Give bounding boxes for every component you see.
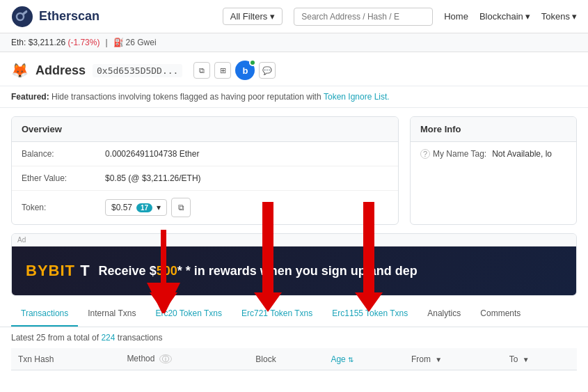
name-tag-row: ? My Name Tag: Not Available, lo xyxy=(411,142,576,166)
token-ignore-list-link[interactable]: Token Ignore List. xyxy=(324,92,390,102)
sub-header: Eth: $3,211.26 (-1.73%) | ⛽ 26 Gwei xyxy=(0,33,588,52)
token-count-badge: 17 xyxy=(136,203,152,212)
copy-address-button[interactable]: ⧉ xyxy=(193,62,210,79)
col-block: Block xyxy=(248,348,324,370)
eth-price-value: $3,211.26 xyxy=(29,38,65,47)
col-from: From ▼ xyxy=(404,348,502,370)
header-right: All Filters ▾ Home Blockchain ▾ Tokens ▾ xyxy=(223,8,577,26)
age-sort-icon[interactable]: ⇅ xyxy=(348,356,353,363)
eth-label: Eth: $3,211.26 (-1.73%) xyxy=(11,38,100,47)
filters-button[interactable]: All Filters ▾ xyxy=(223,8,283,25)
overview-header: Overview xyxy=(12,117,398,142)
b-badge-dot xyxy=(249,59,256,66)
token-dropdown: $0.57 17 ▾ ⧉ xyxy=(105,198,191,217)
gas-info: ⛽ 26 Gwei xyxy=(113,38,157,47)
qr-icon: ⊞ xyxy=(220,66,226,75)
tab-erc721[interactable]: Erc721 Token Txns xyxy=(232,301,322,327)
copy-icon: ⧉ xyxy=(199,66,205,75)
tab-erc1155[interactable]: Erc1155 Token Txns xyxy=(322,301,418,327)
from-filter-icon[interactable]: ▼ xyxy=(435,356,442,363)
filters-chevron-icon: ▾ xyxy=(270,11,275,22)
ether-value-value: $0.85 (@ $3,211.26/ETH) xyxy=(105,173,201,183)
tabs-section: Transactions Internal Txns Erc20 Token T… xyxy=(0,301,588,327)
tab-transactions[interactable]: Transactions xyxy=(11,301,78,327)
ether-value-row: Ether Value: $0.85 (@ $3,211.26/ETH) xyxy=(12,166,398,191)
tabs-row: Transactions Internal Txns Erc20 Token T… xyxy=(11,301,577,327)
logo-area: Etherscan xyxy=(11,6,100,28)
filters-label: All Filters xyxy=(230,11,267,22)
nav-links: All Filters ▾ Home Blockchain ▾ Tokens ▾ xyxy=(223,8,577,26)
token-copy-icon: ⧉ xyxy=(178,203,184,212)
ad-label: Ad xyxy=(12,234,576,246)
table-total-count[interactable]: 224 xyxy=(101,333,115,343)
featured-banner: Featured: Hide transactions involving to… xyxy=(0,86,588,108)
address-section: 🦊 Address 0x5d6535D5DD... ⧉ ⊞ b 💬 xyxy=(0,52,588,86)
address-title: Address xyxy=(35,63,86,78)
col-age: Age ⇅ xyxy=(324,348,404,370)
name-tag-label: My Name Tag: xyxy=(433,149,486,159)
address-hash: 0x5d6535D5DD... xyxy=(93,64,182,77)
blockchain-chevron-icon: ▾ xyxy=(525,11,530,22)
method-info-icon[interactable]: ⓘ xyxy=(159,354,172,363)
transactions-table: Txn Hash Method ⓘ Block Age ⇅ From xyxy=(11,348,577,370)
nav-blockchain[interactable]: Blockchain ▾ xyxy=(479,11,530,22)
address-emoji: 🦊 xyxy=(11,62,29,79)
chat-button[interactable]: 💬 xyxy=(259,62,276,79)
gas-value: 26 Gwei xyxy=(126,38,157,47)
table-info-suffix: transactions xyxy=(118,333,163,343)
ether-value-label: Ether Value: xyxy=(22,173,105,183)
table-section: Latest 25 from a total of 224 transactio… xyxy=(0,327,588,376)
balance-value: 0.00026491104738 Ether xyxy=(105,149,199,159)
name-tag-help-icon: ? xyxy=(420,149,430,159)
address-icons: ⧉ ⊞ b 💬 xyxy=(193,61,276,80)
token-value: $0.57 xyxy=(111,203,132,212)
chat-icon: 💬 xyxy=(262,66,272,75)
token-row: Token: $0.57 17 ▾ ⧉ xyxy=(12,191,398,224)
col-method: Method ⓘ xyxy=(120,348,248,370)
etherscan-logo-icon xyxy=(11,6,33,28)
bybit-logo: BYBIT T xyxy=(26,262,90,280)
tab-internal-txns[interactable]: Internal Txns xyxy=(78,301,145,327)
nav-home[interactable]: Home xyxy=(444,11,468,22)
ad-content: BYBIT T Receive $500* * in rewards when … xyxy=(12,246,576,295)
more-info-header: More Info xyxy=(411,117,576,142)
token-select-button[interactable]: $0.57 17 ▾ xyxy=(105,199,167,216)
ad-banner[interactable]: Ad BYBIT T Receive $500* * in rewards wh… xyxy=(11,233,577,296)
b-badge[interactable]: b xyxy=(235,61,255,80)
svg-point-0 xyxy=(12,6,33,27)
token-copy-button[interactable]: ⧉ xyxy=(171,198,191,217)
tokens-chevron-icon: ▾ xyxy=(572,11,577,22)
name-tag-value: Not Available, lo xyxy=(492,149,552,159)
ad-text: Receive $500* * in rewards when you sign… xyxy=(99,264,418,279)
search-input[interactable] xyxy=(294,8,433,26)
table-info: Latest 25 from a total of 224 transactio… xyxy=(11,333,577,343)
col-to: To ▼ xyxy=(502,348,577,370)
balance-label: Balance: xyxy=(22,149,105,159)
content-area: Overview Balance: 0.00026491104738 Ether… xyxy=(0,108,588,233)
tab-comments[interactable]: Comments xyxy=(470,301,530,327)
to-filter-icon[interactable]: ▼ xyxy=(523,356,530,363)
eth-change-value: (-1.73%) xyxy=(67,38,100,47)
overview-body: Balance: 0.00026491104738 Ether Ether Va… xyxy=(12,142,398,224)
more-info-card: More Info ? My Name Tag: Not Available, … xyxy=(410,116,577,225)
nav-tokens[interactable]: Tokens ▾ xyxy=(541,11,577,22)
col-txn-hash: Txn Hash xyxy=(11,348,120,370)
balance-row: Balance: 0.00026491104738 Ether xyxy=(12,142,398,166)
tab-analytics[interactable]: Analytics xyxy=(418,301,470,327)
token-label: Token: xyxy=(22,203,105,212)
more-info-body: ? My Name Tag: Not Available, lo xyxy=(411,142,576,166)
logo-text: Etherscan xyxy=(39,9,100,24)
qr-button[interactable]: ⊞ xyxy=(214,62,231,79)
gas-icon: ⛽ xyxy=(113,38,124,47)
overview-card: Overview Balance: 0.00026491104738 Ether… xyxy=(11,116,399,225)
tab-erc20[interactable]: Erc20 Token Txns xyxy=(145,301,232,327)
table-info-prefix: Latest 25 from a total of xyxy=(11,333,99,343)
token-select-chevron: ▾ xyxy=(157,203,161,212)
